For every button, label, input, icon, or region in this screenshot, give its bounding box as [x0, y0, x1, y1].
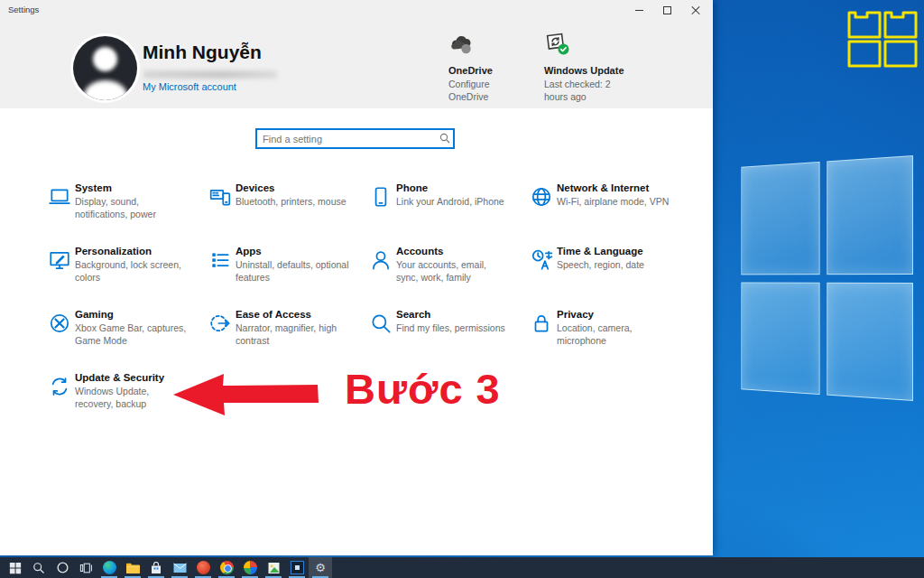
magnifier-icon: [369, 312, 396, 339]
red-arrow-annotation: [173, 373, 319, 416]
laptop-icon: [48, 185, 75, 212]
window-title: Settings: [8, 5, 39, 14]
phone-icon: [369, 185, 396, 212]
screen: Settings Minh Nguyễn My Microsoft accoun…: [0, 0, 924, 578]
windows-update-subtitle: Last checked: 2 hours ago: [544, 79, 618, 103]
taskbar-search-button[interactable]: [27, 557, 51, 578]
red-app-icon: [197, 561, 210, 574]
search-input[interactable]: [255, 128, 455, 149]
sync-arrows-icon: [48, 375, 75, 402]
minimize-icon: [635, 10, 643, 11]
gear-icon: ⚙: [315, 562, 326, 573]
photos-app-button[interactable]: [262, 557, 285, 578]
edge-icon: [103, 561, 116, 574]
blurred-email: [143, 70, 277, 79]
profile-name: Minh Nguyễn: [143, 42, 262, 63]
category-accounts[interactable]: Accounts Your accounts, email, sync, wor…: [357, 238, 518, 302]
category-system[interactable]: System Display, sound, notifications, po…: [36, 175, 197, 238]
wallpaper-pane: [741, 162, 819, 275]
task-view-button[interactable]: [74, 557, 97, 578]
windows-update-shield-icon: [544, 31, 571, 56]
red-app-button[interactable]: [191, 557, 215, 578]
category-apps[interactable]: Apps Uninstall, defaults, optional featu…: [197, 238, 357, 302]
minimize-button[interactable]: [625, 0, 653, 21]
mail-icon: [173, 563, 187, 573]
wallpaper-pane: [827, 282, 913, 401]
category-search[interactable]: Search Find my files, permissions: [357, 302, 518, 365]
start-button[interactable]: [4, 557, 27, 578]
taskbar: ⚙: [0, 557, 924, 578]
settings-taskbar-button[interactable]: ⚙: [309, 557, 332, 578]
windows-update-status[interactable]: Windows Update Last checked: 2 hours ago: [544, 31, 643, 103]
avatar: [70, 33, 140, 103]
lock-icon: [530, 312, 557, 339]
color-wheel-app-button[interactable]: [238, 557, 262, 578]
mail-button[interactable]: [168, 557, 191, 578]
category-gaming[interactable]: Gaming Xbox Game Bar, captures, Game Mod…: [36, 302, 197, 365]
keyboard-phone-icon: [208, 185, 236, 212]
store-icon: [150, 562, 162, 574]
wallpaper-pane: [741, 282, 819, 395]
maximize-button[interactable]: [653, 0, 681, 21]
category-devices[interactable]: Devices Bluetooth, printers, mouse: [197, 175, 357, 238]
onedrive-cloud-icon: [448, 34, 476, 56]
xbox-icon: [48, 312, 75, 339]
close-icon: [691, 6, 700, 15]
file-explorer-button[interactable]: [121, 557, 144, 578]
start-icon: [9, 562, 22, 574]
onedrive-subtitle: Configure OneDrive: [448, 79, 522, 103]
taskbar-search-icon: [32, 562, 45, 574]
category-time-language[interactable]: Time & Language Speech, region, date: [518, 238, 679, 302]
category-phone[interactable]: Phone Link your Android, iPhone: [357, 175, 518, 238]
step-label: Bước 3: [345, 364, 501, 414]
window-controls: [625, 0, 709, 21]
yellow-folders-logo-icon: [846, 7, 919, 70]
photos-icon: [267, 562, 281, 574]
windows-wallpaper-logo: [741, 155, 913, 401]
category-privacy[interactable]: Privacy Location, camera, microphone: [518, 302, 679, 365]
category-personalization[interactable]: Personalization Background, lock screen,…: [36, 238, 197, 302]
display-pen-icon: [48, 248, 75, 275]
search-icon: [439, 133, 450, 144]
dark-app-icon: [291, 561, 304, 574]
chrome-button[interactable]: [215, 557, 238, 578]
edge-button[interactable]: [97, 557, 121, 578]
category-ease-of-access[interactable]: Ease of Access Narrator, magnifier, high…: [197, 302, 357, 365]
globe-icon: [530, 185, 557, 212]
wallpaper-pane: [827, 155, 913, 275]
dark-app-button[interactable]: [285, 557, 309, 578]
cortana-button[interactable]: [51, 557, 74, 578]
file-explorer-icon: [125, 562, 140, 574]
chrome-icon: [220, 561, 234, 574]
close-button[interactable]: [681, 0, 709, 21]
maximize-icon: [663, 6, 671, 14]
store-button[interactable]: [144, 557, 168, 578]
onedrive-title: OneDrive: [448, 65, 548, 76]
color-wheel-icon: [244, 561, 257, 574]
windows-update-title: Windows Update: [544, 65, 643, 76]
app-list-icon: [208, 248, 236, 275]
cortana-icon: [56, 561, 69, 574]
microsoft-account-link[interactable]: My Microsoft account: [143, 81, 236, 92]
category-network-internet[interactable]: Network & Internet Wi-Fi, airplane mode,…: [518, 175, 679, 238]
person-icon: [369, 248, 396, 275]
task-view-icon: [79, 562, 93, 574]
clock-language-icon: [530, 248, 557, 275]
avatar-silhouette: [73, 36, 137, 100]
onedrive-status[interactable]: OneDrive Configure OneDrive: [448, 34, 548, 103]
find-a-setting-search: [255, 128, 455, 149]
accessibility-icon: [208, 312, 236, 339]
settings-window: Settings Minh Nguyễn My Microsoft accoun…: [0, 0, 713, 555]
